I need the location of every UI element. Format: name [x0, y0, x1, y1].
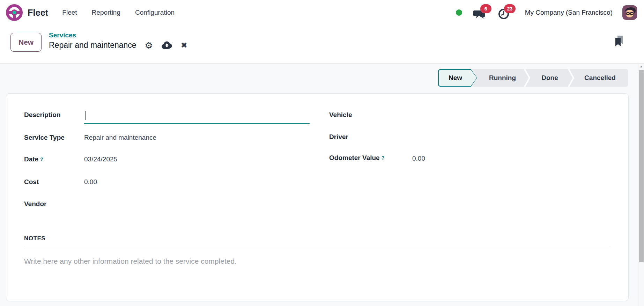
company-menu[interactable]: My Company (San Francisco) — [525, 9, 613, 16]
cost-value[interactable]: 0.00 — [84, 178, 97, 186]
online-status-dot — [456, 9, 462, 16]
stage-done[interactable]: Done — [528, 69, 572, 87]
notes-divider — [24, 246, 611, 246]
vertical-scrollbar[interactable]: ▲ — [638, 64, 644, 306]
record-title: Repair and maintenance — [49, 41, 136, 50]
messages-badge: 6 — [480, 4, 491, 13]
date-help-icon[interactable]: ? — [40, 156, 43, 162]
stage-statusbar: New Running Done Cancelled — [438, 69, 628, 87]
vehicle-label: Vehicle — [329, 111, 352, 119]
driver-label: Driver — [329, 133, 348, 141]
form-sheet: Description Service Type Repair and main… — [6, 93, 629, 301]
main-menu: Fleet Reporting Configuration — [62, 9, 175, 16]
messages-menu[interactable]: 6 — [473, 6, 487, 20]
date-value[interactable]: 03/24/2025 — [84, 155, 117, 163]
top-navbar: Fleet Fleet Reporting Configuration 6 — [0, 0, 644, 25]
menu-configuration[interactable]: Configuration — [135, 9, 175, 16]
form-view: New Running Done Cancelled Description S… — [0, 64, 638, 306]
breadcrumb: Services Repair and maintenance ⚙ ✖ — [49, 31, 187, 50]
cloud-save-icon[interactable] — [161, 41, 172, 50]
scrollbar-thumb[interactable] — [639, 70, 644, 262]
app-name: Fleet — [28, 8, 48, 18]
stage-cancelled[interactable]: Cancelled — [572, 69, 628, 87]
stage-separator-icon — [524, 69, 530, 87]
gear-actions-icon[interactable]: ⚙ — [145, 41, 153, 50]
description-label: Description — [24, 111, 61, 119]
fleet-app-icon — [6, 4, 23, 21]
description-input[interactable] — [84, 110, 310, 124]
odometer-help-icon[interactable]: ? — [382, 155, 385, 161]
date-label: Date — [24, 155, 38, 163]
user-avatar[interactable] — [622, 5, 637, 20]
menu-fleet[interactable]: Fleet — [62, 9, 77, 16]
scroll-up-icon[interactable]: ▲ — [638, 65, 644, 68]
service-type-label: Service Type — [24, 134, 65, 141]
bookmark-icon[interactable] — [614, 35, 624, 45]
stage-new[interactable]: New — [438, 69, 477, 87]
activities-menu[interactable]: 23 — [498, 6, 511, 20]
discard-icon[interactable]: ✖ — [181, 42, 187, 49]
odometer-value[interactable]: 0.00 — [412, 155, 425, 162]
activities-badge: 23 — [504, 4, 516, 13]
cost-label: Cost — [24, 178, 39, 186]
vehicle-input[interactable] — [412, 110, 552, 120]
driver-input[interactable] — [412, 132, 552, 142]
vendor-label: Vendor — [24, 200, 46, 208]
text-caret — [85, 111, 86, 120]
menu-reporting[interactable]: Reporting — [92, 9, 120, 16]
new-button[interactable]: New — [10, 33, 42, 52]
control-panel: New Services Repair and maintenance ⚙ ✖ — [0, 25, 644, 64]
service-type-value[interactable]: Repair and maintenance — [84, 134, 156, 141]
app-switcher[interactable]: Fleet — [6, 4, 48, 21]
notes-heading: NOTES — [24, 235, 45, 242]
notes-editor[interactable]: Write here any other information related… — [24, 257, 237, 265]
stage-running[interactable]: Running — [477, 69, 528, 87]
stage-separator-icon — [568, 69, 574, 87]
odometer-label: Odometer Value — [329, 154, 380, 162]
vendor-input[interactable] — [84, 199, 224, 209]
breadcrumb-services-link[interactable]: Services — [49, 31, 76, 39]
navbar-systray: 6 23 My Company (San Francisco) — [456, 5, 637, 20]
